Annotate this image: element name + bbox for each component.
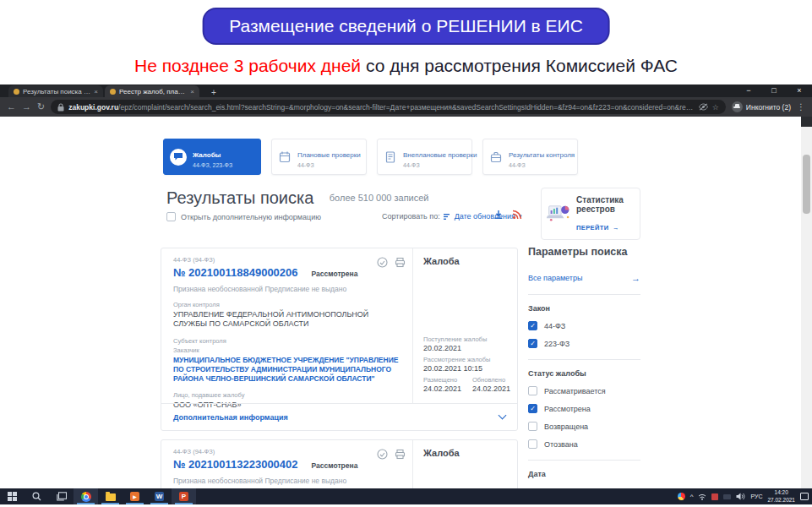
stats-link[interactable]: ПЕРЕЙТИ → <box>576 218 635 233</box>
check-icon: ✓ <box>530 341 536 347</box>
maximize-button[interactable]: □ <box>761 84 787 97</box>
subject-link[interactable]: МУНИЦИПАЛЬНОЕ БЮДЖЕТНОЕ УЧРЕЖДЕНИЕ "УПРА… <box>173 356 401 384</box>
results-count: более 510 000 записей <box>330 193 429 203</box>
law-label: 44-ФЗ (94-ФЗ) <box>173 256 401 264</box>
checkbox-checked[interactable]: ✓ <box>528 339 537 348</box>
organ-value: УПРАВЛЕНИЕ ФЕДЕРАЛЬНОЙ АНТИМОНОПОЛЬНОЙ С… <box>173 310 401 330</box>
window-controls: − □ × <box>736 84 812 97</box>
taskbar-explorer-button[interactable] <box>98 488 123 504</box>
open-info-checkbox[interactable] <box>166 212 176 221</box>
clock[interactable]: 14:20 27.02.2021 <box>767 489 795 504</box>
more-info-bar[interactable]: Дополнительная информация <box>161 403 517 430</box>
nav-card-subtitle: 44-ФЗ <box>403 162 477 168</box>
control-results-icon <box>489 150 503 164</box>
back-icon[interactable]: ← <box>7 102 16 112</box>
results-header: Результаты поиска более 510 000 записей <box>166 188 429 208</box>
powerpoint-icon <box>179 492 188 501</box>
all-params-arrow-icon: → <box>631 273 640 283</box>
tab-close-icon[interactable]: × <box>190 88 194 95</box>
stats-card[interactable]: Статистика реестров ПЕРЕЙТИ → <box>541 188 640 240</box>
receipt-date: 20.02.2021 <box>423 344 510 352</box>
complaint-number-link[interactable]: № 202100118849000206 <box>173 266 298 279</box>
print-icon[interactable] <box>395 449 406 460</box>
tray-expand-icon[interactable]: ^ <box>690 493 694 500</box>
checkbox-checked[interactable]: ✓ <box>528 404 537 413</box>
nav-card-unplanned-checks[interactable]: Внеплановые проверки 44-ФЗ <box>377 139 472 175</box>
placed-label: Размещено <box>423 376 461 384</box>
checkbox-unchecked[interactable] <box>528 386 537 395</box>
minimize-button[interactable]: − <box>736 84 761 97</box>
eye-off-icon[interactable] <box>699 103 708 111</box>
signature-icon[interactable] <box>377 449 388 460</box>
filter-status-reviewing[interactable]: Рассматривается <box>528 386 640 395</box>
address-bar[interactable]: zakupki.gov.ru/epz/complaint/search/sear… <box>51 100 726 114</box>
sort-value[interactable]: Дате обновления <box>455 212 515 221</box>
forward-icon[interactable]: → <box>22 102 31 112</box>
taskbar-word-button[interactable] <box>147 488 172 504</box>
checkbox-unchecked[interactable] <box>528 422 537 431</box>
browser-tab-catalog[interactable]: Результаты поиска в каталоге × <box>8 85 103 97</box>
complaint-card-side: Жалоба Поступление жалобы 20.02.2021 Рас… <box>412 248 517 403</box>
card-actions <box>377 257 406 268</box>
scrollbar-thumb[interactable] <box>803 155 810 214</box>
close-button[interactable]: × <box>787 84 812 97</box>
taskbar-powerpoint-button[interactable] <box>172 488 196 504</box>
favicon <box>110 89 116 95</box>
complaint-result: Признана необоснованной Предписание не в… <box>173 477 401 485</box>
nav-card-planned-checks[interactable]: Плановые проверки 44-ФЗ <box>271 139 367 175</box>
print-icon[interactable] <box>395 257 406 268</box>
lock-icon <box>57 103 64 112</box>
checkbox-checked[interactable]: ✓ <box>528 321 537 330</box>
taskbar-chrome-button[interactable] <box>74 488 98 504</box>
tab-close-icon[interactable]: × <box>94 88 98 95</box>
nav-card-title: Жалобы <box>193 151 221 159</box>
windows-logo-icon <box>8 492 17 501</box>
filter-status-withdrawn[interactable]: Отозвана <box>528 439 640 449</box>
stats-illustration <box>547 197 571 231</box>
applicant-label: Лицо, подавшее жалобу <box>173 391 401 399</box>
checkbox-unchecked[interactable] <box>528 439 537 449</box>
all-params-row[interactable]: Все параметры → <box>528 273 640 283</box>
signature-icon[interactable] <box>377 257 388 268</box>
stats-title: Статистика реестров <box>576 195 635 215</box>
system-tray: ^ РУС 14:20 27.02.2021 <box>678 489 812 504</box>
filter-status-reviewed[interactable]: ✓ Рассмотрена <box>528 404 640 413</box>
taskbar-search-button[interactable] <box>25 488 49 504</box>
task-view-button[interactable] <box>49 488 74 504</box>
complaint-card-side: Жалоба <box>412 440 517 488</box>
browser-tab-registry[interactable]: Реестр жалоб, плановых и вне... × <box>105 85 199 97</box>
volume-icon[interactable] <box>736 493 745 500</box>
card-actions <box>377 449 406 460</box>
taskbar-media-button[interactable] <box>123 488 147 504</box>
rss-icon[interactable] <box>512 210 522 220</box>
wifi-icon[interactable] <box>698 493 706 500</box>
more-info-link: Дополнительная информация <box>173 413 288 422</box>
filter-law-44fz[interactable]: ✓ 44-ФЗ <box>528 321 640 330</box>
sort-label: Сортировать по: <box>382 212 440 221</box>
slide-title: Размещение сведений о РЕШЕНИИ в ЕИС <box>202 8 610 45</box>
tray-icon[interactable] <box>723 494 731 499</box>
stats-arrow-icon: → <box>613 224 619 232</box>
nav-card-control-results[interactable]: Результаты контроля 44-ФЗ <box>482 139 578 175</box>
tray-icon[interactable] <box>711 493 718 500</box>
search-icon <box>32 492 41 501</box>
bookmark-star-icon[interactable]: ☆ <box>712 103 719 112</box>
new-tab-button[interactable]: + <box>206 88 221 97</box>
browser-menu-icon[interactable]: ⋮ <box>797 102 805 112</box>
unplanned-checks-icon <box>384 150 397 164</box>
download-icon[interactable] <box>493 210 504 220</box>
language-indicator[interactable]: РУС <box>750 493 762 499</box>
reload-icon[interactable]: ↻ <box>37 102 45 112</box>
filter-status-returned[interactable]: Возвращена <box>528 422 640 431</box>
notification-center-icon[interactable] <box>800 493 809 500</box>
start-button[interactable] <box>0 488 25 504</box>
chevron-down-icon <box>499 412 507 420</box>
url-text: zakupki.gov.ru/epz/complaint/search/sear… <box>68 103 695 112</box>
filter-law-223fz[interactable]: ✓ 223-ФЗ <box>528 339 640 348</box>
status-badge: Рассмотрена <box>312 461 358 470</box>
complaint-number-link[interactable]: № 202100113223000402 <box>173 458 298 471</box>
subject-label: Субъект контроля <box>173 337 401 345</box>
nav-card-complaints[interactable]: Жалобы 44-ФЗ, 223-ФЗ <box>163 139 261 175</box>
complaint-type: Жалоба <box>423 448 507 458</box>
tray-app-icon[interactable] <box>678 493 685 500</box>
